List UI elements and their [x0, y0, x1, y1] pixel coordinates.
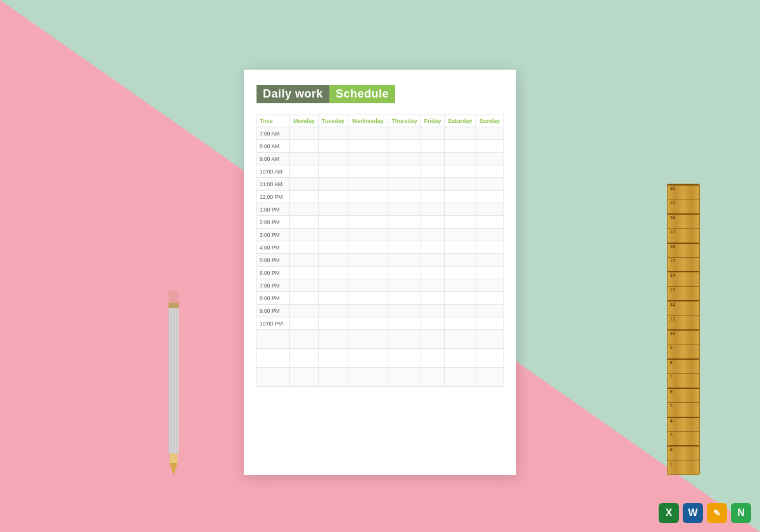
numbers-icon[interactable]: N: [731, 503, 751, 523]
schedule-cell[interactable]: [318, 254, 348, 267]
schedule-cell-empty[interactable]: [444, 368, 476, 387]
schedule-cell[interactable]: [318, 279, 348, 292]
schedule-cell[interactable]: [388, 127, 421, 140]
schedule-cell-empty[interactable]: [476, 330, 503, 349]
schedule-cell[interactable]: [290, 267, 319, 279]
schedule-cell[interactable]: [318, 305, 348, 317]
schedule-cell-empty[interactable]: [348, 349, 388, 368]
schedule-cell[interactable]: [348, 305, 388, 317]
schedule-cell[interactable]: [444, 191, 476, 203]
schedule-cell[interactable]: [476, 305, 503, 317]
schedule-cell[interactable]: [444, 153, 476, 165]
schedule-cell[interactable]: [421, 191, 445, 203]
schedule-cell[interactable]: [318, 203, 348, 216]
schedule-cell-empty[interactable]: [421, 330, 445, 349]
schedule-cell[interactable]: [388, 216, 421, 229]
schedule-cell[interactable]: [476, 254, 503, 267]
schedule-cell[interactable]: [421, 178, 445, 191]
schedule-cell[interactable]: [290, 317, 319, 330]
schedule-cell[interactable]: [348, 191, 388, 203]
schedule-cell[interactable]: [444, 254, 476, 267]
schedule-cell[interactable]: [290, 254, 319, 267]
schedule-cell[interactable]: [290, 191, 319, 203]
schedule-cell-empty[interactable]: [421, 349, 445, 368]
schedule-cell[interactable]: [388, 153, 421, 165]
schedule-cell[interactable]: [421, 203, 445, 216]
schedule-cell[interactable]: [476, 216, 503, 229]
schedule-cell[interactable]: [348, 203, 388, 216]
schedule-cell[interactable]: [290, 178, 319, 191]
schedule-cell[interactable]: [290, 165, 319, 178]
schedule-cell[interactable]: [388, 140, 421, 153]
schedule-cell[interactable]: [318, 165, 348, 178]
schedule-cell[interactable]: [476, 241, 503, 254]
schedule-cell[interactable]: [348, 279, 388, 292]
schedule-cell[interactable]: [444, 140, 476, 153]
schedule-cell[interactable]: [421, 241, 445, 254]
schedule-cell[interactable]: [290, 203, 319, 216]
schedule-cell[interactable]: [290, 127, 319, 140]
schedule-cell[interactable]: [290, 292, 319, 305]
schedule-cell-empty[interactable]: [348, 368, 388, 387]
schedule-cell[interactable]: [421, 254, 445, 267]
schedule-cell[interactable]: [444, 127, 476, 140]
schedule-cell[interactable]: [421, 267, 445, 279]
schedule-cell[interactable]: [388, 317, 421, 330]
schedule-cell[interactable]: [318, 292, 348, 305]
schedule-cell[interactable]: [388, 305, 421, 317]
schedule-cell[interactable]: [348, 127, 388, 140]
schedule-cell[interactable]: [421, 165, 445, 178]
schedule-cell[interactable]: [348, 178, 388, 191]
schedule-cell[interactable]: [476, 191, 503, 203]
schedule-cell-empty[interactable]: [388, 330, 421, 349]
schedule-cell[interactable]: [318, 140, 348, 153]
schedule-cell[interactable]: [421, 229, 445, 241]
schedule-cell[interactable]: [348, 267, 388, 279]
schedule-cell[interactable]: [318, 153, 348, 165]
word-icon[interactable]: W: [683, 503, 703, 523]
schedule-cell-empty[interactable]: [388, 349, 421, 368]
schedule-cell-empty[interactable]: [476, 368, 503, 387]
schedule-cell-empty[interactable]: [290, 330, 319, 349]
schedule-cell[interactable]: [388, 279, 421, 292]
schedule-cell[interactable]: [290, 153, 319, 165]
schedule-cell[interactable]: [476, 279, 503, 292]
schedule-cell[interactable]: [444, 203, 476, 216]
schedule-cell[interactable]: [348, 153, 388, 165]
schedule-cell-empty[interactable]: [388, 368, 421, 387]
schedule-cell[interactable]: [318, 127, 348, 140]
schedule-cell-empty[interactable]: [421, 368, 445, 387]
schedule-cell[interactable]: [290, 241, 319, 254]
schedule-cell[interactable]: [348, 241, 388, 254]
schedule-cell[interactable]: [348, 254, 388, 267]
schedule-cell[interactable]: [476, 140, 503, 153]
schedule-cell[interactable]: [318, 178, 348, 191]
schedule-cell[interactable]: [444, 305, 476, 317]
schedule-cell-empty[interactable]: [290, 368, 319, 387]
schedule-cell-empty[interactable]: [318, 349, 348, 368]
schedule-cell[interactable]: [348, 317, 388, 330]
schedule-cell[interactable]: [388, 229, 421, 241]
excel-icon[interactable]: X: [659, 503, 679, 523]
schedule-cell[interactable]: [388, 254, 421, 267]
schedule-cell[interactable]: [318, 191, 348, 203]
schedule-cell[interactable]: [444, 267, 476, 279]
schedule-cell[interactable]: [318, 216, 348, 229]
schedule-cell[interactable]: [476, 292, 503, 305]
schedule-cell[interactable]: [388, 267, 421, 279]
schedule-cell[interactable]: [421, 292, 445, 305]
schedule-cell[interactable]: [290, 140, 319, 153]
schedule-cell[interactable]: [388, 165, 421, 178]
schedule-cell-empty[interactable]: [290, 349, 319, 368]
schedule-cell-empty[interactable]: [348, 330, 388, 349]
schedule-cell[interactable]: [476, 178, 503, 191]
schedule-cell[interactable]: [444, 241, 476, 254]
schedule-cell[interactable]: [290, 279, 319, 292]
schedule-cell[interactable]: [318, 317, 348, 330]
schedule-cell[interactable]: [476, 317, 503, 330]
schedule-cell[interactable]: [421, 127, 445, 140]
schedule-cell[interactable]: [388, 203, 421, 216]
schedule-cell[interactable]: [476, 203, 503, 216]
schedule-cell[interactable]: [444, 317, 476, 330]
schedule-cell[interactable]: [444, 216, 476, 229]
